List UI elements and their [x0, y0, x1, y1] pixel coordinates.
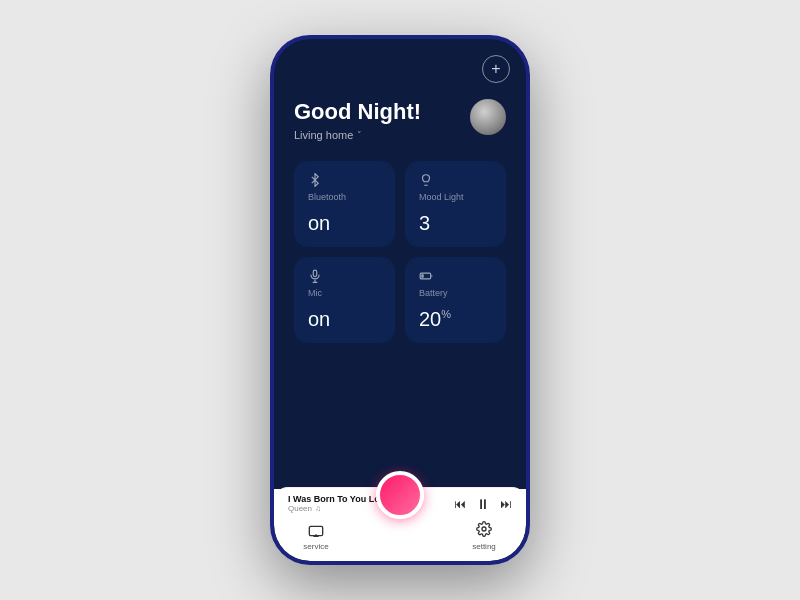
device-grid: Bluetooth on Mood Light 3 — [294, 161, 506, 343]
mood-light-label: Mood Light — [419, 192, 492, 202]
tile-mood-light[interactable]: Mood Light 3 — [405, 161, 506, 247]
tile-mic[interactable]: Mic on — [294, 257, 395, 343]
add-button[interactable]: + — [482, 55, 510, 83]
bottom-bar: I Was Born To You Love Queen ♫ ⏮ ⏸ ⏭ — [274, 489, 526, 561]
mic-value: on — [308, 308, 381, 331]
battery-label: Battery — [419, 288, 492, 298]
greeting-text: Good Night! Living home ˅ — [294, 99, 421, 141]
bluetooth-value: on — [308, 212, 381, 235]
greeting-title: Good Night! — [294, 99, 421, 125]
bluetooth-label: Bluetooth — [308, 192, 381, 202]
mic-label: Mic — [308, 288, 381, 298]
bulb-icon — [419, 173, 492, 190]
svg-point-7 — [482, 527, 486, 531]
home-button[interactable] — [376, 471, 424, 519]
location-selector[interactable]: Living home ˅ — [294, 129, 421, 141]
mic-icon — [308, 269, 381, 286]
battery-value: 20% — [419, 308, 492, 331]
settings-icon — [476, 521, 492, 540]
nav-service[interactable]: service — [274, 524, 358, 551]
setting-label: setting — [472, 542, 496, 551]
phone-screen: + Good Night! Living home ˅ — [274, 39, 526, 561]
svg-rect-3 — [421, 274, 423, 278]
main-content: + Good Night! Living home ˅ — [274, 39, 526, 489]
tile-bluetooth[interactable]: Bluetooth on — [294, 161, 395, 247]
phone-frame: + Good Night! Living home ˅ — [270, 35, 530, 565]
service-label: service — [303, 542, 328, 551]
battery-suffix: % — [441, 308, 451, 320]
svg-rect-4 — [309, 526, 322, 535]
chevron-down-icon: ˅ — [357, 130, 362, 140]
bluetooth-icon — [308, 173, 381, 190]
service-icon — [308, 524, 324, 540]
svg-rect-0 — [313, 270, 317, 276]
avatar — [470, 99, 506, 135]
nav-setting[interactable]: setting — [442, 521, 526, 551]
tile-battery[interactable]: Battery 20% — [405, 257, 506, 343]
location-label: Living home — [294, 129, 353, 141]
greeting-section: Good Night! Living home ˅ — [294, 99, 506, 141]
battery-icon — [419, 269, 492, 286]
mood-light-value: 3 — [419, 212, 492, 235]
nav-bar: service setting — [274, 489, 526, 561]
